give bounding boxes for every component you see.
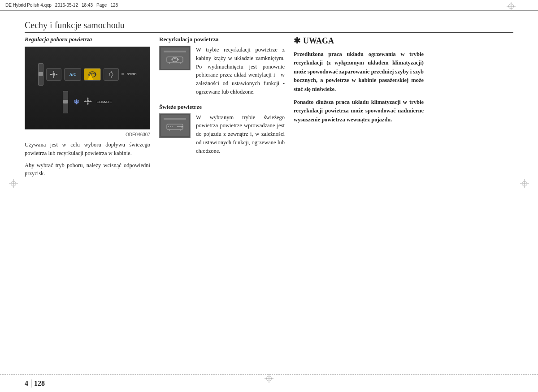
car-recirculate-icon — [166, 54, 184, 66]
fresh-air-icon-box — [159, 113, 191, 138]
fan-icon — [83, 96, 93, 108]
left-para-2: Aby wybrać tryb poboru, należy wcisnąć o… — [25, 161, 150, 178]
left-column-text: Używana jest w celu wyboru dopływu śwież… — [25, 141, 150, 178]
footer-page: 128 — [31, 379, 45, 388]
header-page-label: Page — [96, 3, 107, 8]
header-bar: DE Hybrid Polish 4.qxp 2016-05-12 18:43 … — [0, 0, 538, 11]
recirculation-section: Recyrkulacja powietrza — [159, 36, 285, 96]
subsection-title: Regulacja poboru powietrza — [25, 36, 150, 43]
recirculation-icon-inner — [161, 47, 189, 69]
warning-title: ✱ UWAGA — [294, 36, 424, 46]
crosshair-top-right — [507, 2, 516, 11]
warning-heading: UWAGA — [303, 36, 334, 46]
middle-column: Recyrkulacja powietrza — [159, 36, 285, 370]
recirculation-row: W trybie recyrkulacji powietrze z kabiny… — [159, 46, 285, 96]
dot-indicator — [121, 73, 124, 75]
svg-point-12 — [87, 100, 89, 102]
warning-symbol: ✱ — [294, 36, 300, 46]
snowflake-icon: ❄ — [74, 98, 79, 106]
main-content: Regulacja poboru powietrza — [25, 36, 513, 370]
svg-rect-13 — [167, 57, 183, 62]
footer-number: 4 128 — [25, 379, 45, 388]
fan-button — [46, 68, 61, 81]
climate-label: CLIMATE — [96, 100, 112, 104]
header-page-number: 128 — [110, 3, 118, 8]
svg-marker-15 — [178, 58, 179, 61]
fresh-air-text: W wybranym trybie świeżego powietrza pow… — [196, 113, 285, 155]
fresh-air-heading: Świeże powietrze — [159, 103, 285, 111]
header-date: 2016-05-12 — [55, 3, 78, 8]
image-caption: ODE046307 — [25, 132, 150, 137]
fresh-air-row: W wybranym trybie świeżego powietrza pow… — [159, 113, 285, 155]
sync-label: SYNC — [126, 72, 136, 76]
car-image-container: A/C — [25, 47, 150, 129]
svg-point-0 — [52, 73, 55, 76]
section-title-bar: Cechy i funkcje samochodu — [25, 20, 513, 33]
warning-box: ✱ UWAGA Przedłużona praca układu ogrzewa… — [294, 36, 424, 124]
icon-line-1 — [164, 51, 186, 52]
warning-text: Przedłużona praca układu ogrzewania w tr… — [294, 50, 424, 124]
fresh-icon-line-1 — [164, 118, 186, 120]
footer: 4 128 — [0, 374, 538, 392]
crosshair-right-margin — [520, 179, 529, 188]
recirculation-text: W trybie recyrkulacji powietrze z kabiny… — [196, 46, 285, 96]
left-slider — [38, 63, 43, 86]
footer-section: 4 — [25, 379, 31, 388]
fresh-air-section: Świeże powietrze — [159, 103, 285, 155]
right-slider — [63, 91, 68, 113]
car-fresh-icon — [166, 121, 184, 133]
ac-button: A/C — [64, 68, 81, 81]
recirculation-icon-box — [159, 46, 191, 70]
svg-text:i: i — [110, 74, 110, 77]
file-info: DE Hybrid Polish 4.qxp — [5, 3, 52, 8]
up-arrow-indicator: ▲ — [86, 72, 95, 82]
recirculation-heading: Recyrkulacja powietrza — [159, 36, 285, 43]
left-column: Regulacja poboru powietrza — [25, 36, 150, 370]
vent-button: i — [104, 68, 119, 81]
right-column: ✱ UWAGA Przedłużona praca układu ogrzewa… — [294, 36, 424, 370]
crosshair-left-margin — [9, 179, 18, 188]
hvac-panel: A/C — [25, 47, 150, 129]
svg-point-14 — [172, 57, 178, 62]
section-title: Cechy i funkcje samochodu — [25, 20, 513, 30]
header-time: 18:43 — [82, 3, 93, 8]
warning-para-2: Ponadto dłuższa praca układu klimatyzacj… — [294, 98, 424, 124]
fresh-air-icon-inner — [161, 115, 189, 136]
left-para-1: Używana jest w celu wyboru dopływu śwież… — [25, 141, 150, 158]
warning-para-1: Przedłużona praca układu ogrzewania w tr… — [294, 50, 424, 94]
